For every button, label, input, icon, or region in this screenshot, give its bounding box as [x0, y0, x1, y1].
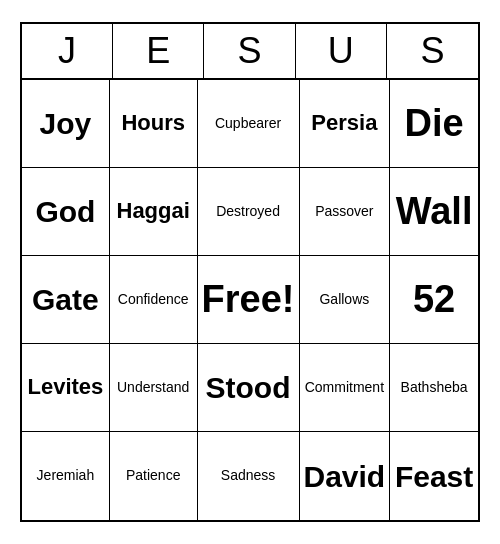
bingo-cell[interactable]: Haggai [110, 168, 198, 256]
bingo-cell[interactable]: Passover [300, 168, 391, 256]
bingo-cell[interactable]: Wall [390, 168, 478, 256]
bingo-cell[interactable]: Patience [110, 432, 198, 520]
cell-text: Hours [121, 111, 185, 135]
cell-text: Joy [40, 107, 92, 140]
bingo-cell[interactable]: Hours [110, 80, 198, 168]
bingo-cell[interactable]: Stood [198, 344, 300, 432]
cell-text: Feast [395, 460, 473, 493]
bingo-cell[interactable]: Joy [22, 80, 110, 168]
header-cell: S [387, 24, 478, 78]
cell-text: God [35, 195, 95, 228]
bingo-grid: JoyHoursCupbearerPersiaDieGodHaggaiDestr… [22, 80, 478, 520]
cell-text: Free! [202, 279, 295, 321]
cell-text: Confidence [118, 292, 189, 307]
cell-text: Wall [396, 191, 473, 233]
cell-text: Passover [315, 204, 373, 219]
header-cell: E [113, 24, 204, 78]
cell-text: Commitment [305, 380, 384, 395]
bingo-cell[interactable]: Confidence [110, 256, 198, 344]
cell-text: Bathsheba [401, 380, 468, 395]
cell-text: Destroyed [216, 204, 280, 219]
bingo-cell[interactable]: Destroyed [198, 168, 300, 256]
cell-text: Jeremiah [37, 468, 95, 483]
cell-text: Gallows [319, 292, 369, 307]
cell-text: Haggai [117, 199, 190, 223]
bingo-cell[interactable]: Sadness [198, 432, 300, 520]
bingo-cell[interactable]: Free! [198, 256, 300, 344]
bingo-cell[interactable]: Understand [110, 344, 198, 432]
bingo-cell[interactable]: Bathsheba [390, 344, 478, 432]
cell-text: Sadness [221, 468, 275, 483]
bingo-cell[interactable]: Gallows [300, 256, 391, 344]
cell-text: Levites [27, 375, 103, 399]
header-cell: S [204, 24, 295, 78]
bingo-cell[interactable]: God [22, 168, 110, 256]
bingo-card: JESUS JoyHoursCupbearerPersiaDieGodHagga… [20, 22, 480, 522]
cell-text: 52 [413, 279, 455, 321]
bingo-cell[interactable]: Feast [390, 432, 478, 520]
cell-text: Persia [311, 111, 377, 135]
header-cell: U [296, 24, 387, 78]
bingo-cell[interactable]: Levites [22, 344, 110, 432]
bingo-cell[interactable]: Commitment [300, 344, 391, 432]
cell-text: David [304, 460, 386, 493]
bingo-cell[interactable]: Die [390, 80, 478, 168]
bingo-cell[interactable]: Persia [300, 80, 391, 168]
bingo-cell[interactable]: Gate [22, 256, 110, 344]
cell-text: Patience [126, 468, 180, 483]
bingo-cell[interactable]: David [300, 432, 391, 520]
cell-text: Cupbearer [215, 116, 281, 131]
bingo-cell[interactable]: 52 [390, 256, 478, 344]
cell-text: Die [405, 103, 464, 145]
header-row: JESUS [22, 24, 478, 80]
bingo-cell[interactable]: Jeremiah [22, 432, 110, 520]
cell-text: Understand [117, 380, 189, 395]
cell-text: Stood [206, 371, 291, 404]
header-cell: J [22, 24, 113, 78]
bingo-cell[interactable]: Cupbearer [198, 80, 300, 168]
cell-text: Gate [32, 283, 99, 316]
